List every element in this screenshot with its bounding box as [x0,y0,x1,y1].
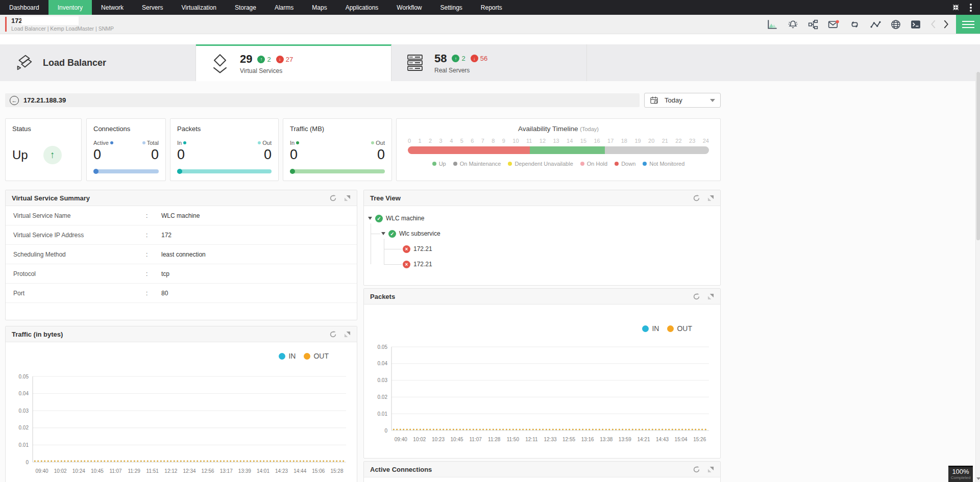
legend-dot [642,325,649,332]
refresh-icon[interactable] [329,194,337,202]
refresh-icon[interactable] [329,331,337,338]
svg-text:0: 0 [384,428,387,434]
sync-loop-icon[interactable] [849,20,861,29]
svg-text:14:43: 14:43 [656,437,669,442]
svg-text:0.04: 0.04 [19,391,29,396]
nav-item-virtualization[interactable]: Virtualization [172,0,225,15]
load-balancer-icon [13,53,35,73]
nav-item-inventory[interactable]: Inventory [48,0,92,15]
tree-caret-icon[interactable] [381,232,385,235]
kebab-menu-icon[interactable] [970,4,972,12]
legend-item-out[interactable]: OUT [304,352,329,360]
tree-node[interactable]: × 172.21 [403,259,432,269]
tree-node[interactable]: × 172.21 [403,244,432,254]
tree-caret-icon[interactable] [368,217,372,220]
nav-item-applications[interactable]: Applications [336,0,388,15]
traffic-chart: 00.010.020.030.040.0509:4010:0210:2410:4… [9,369,354,477]
tree-connector [384,249,402,249]
chevron-left-icon[interactable] [930,20,936,29]
card-title: Packets [170,119,278,133]
summary-value: WLC machine [161,212,200,219]
connections-card: Connections Active Total 0 0 [86,118,166,181]
refresh-icon[interactable] [693,466,700,473]
panel-header: Virtual Service Summary [6,190,357,206]
packets-card: Packets In Out 0 0 [170,118,279,181]
alarm-bell-icon[interactable] [788,19,798,30]
globe-icon[interactable] [891,19,901,30]
summary-value: 172 [161,232,172,239]
nav-item-settings[interactable]: Settings [431,0,471,15]
panel-title: Traffic (in bytes) [12,331,63,338]
nav-item-storage[interactable]: Storage [226,0,265,15]
top-navbar: DashboardInventoryNetworkServersVirtuali… [0,0,980,15]
summary-row: Scheduling Method : least connection [6,245,357,264]
timeline-segment-down [408,146,530,154]
traffic-bytes-panel: Traffic (in bytes) IN OUT 00.010.020.030… [5,326,357,482]
legend-dot [432,162,436,166]
summary-row: Protocol : tcp [6,264,357,284]
timeline-hours: 0123456789101112131415161718192021222324 [397,133,720,144]
hamburger-menu-button[interactable] [956,15,980,34]
legend-item: Up [432,161,446,167]
tab-virtual-services[interactable]: 29 ↑2 ↓27 Virtual Services [196,44,391,81]
timeline-segment-up [530,146,605,154]
tab-real-servers[interactable]: 58 ↑2 ↓56 Real Servers [391,44,587,81]
mail-icon[interactable] [828,20,839,29]
refresh-icon[interactable] [693,194,700,202]
nav-item-workflow[interactable]: Workflow [387,0,431,15]
legend-item-in[interactable]: IN [279,352,296,360]
availability-legend: UpOn MaintenanceDependent UnavailableOn … [397,161,720,167]
nav-item-reports[interactable]: Reports [472,0,511,15]
tree-node[interactable]: ✓ WLC machine [368,213,424,223]
metric-bar [290,169,385,173]
svg-text:11:07: 11:07 [109,468,122,474]
svg-text:13:59: 13:59 [619,437,631,442]
chevron-right-icon[interactable] [943,20,949,29]
nav-item-network[interactable]: Network [92,0,133,15]
nav-item-maps[interactable]: Maps [303,0,336,15]
progress-percent: 100% [948,467,973,476]
svg-text:10:45: 10:45 [451,437,463,442]
tree-connector [384,239,384,264]
scrollbar-thumb[interactable] [976,72,980,240]
nav-item-alarms[interactable]: Alarms [265,0,303,15]
tree-connector [384,264,402,265]
legend-dot [279,353,285,360]
expand-icon[interactable] [707,195,714,201]
period-selector[interactable]: Today [644,93,721,108]
svg-text:13:16: 13:16 [581,437,594,442]
summary-label: Protocol [6,270,146,277]
availability-timeline-card: Availability Timeline (Today) 0123456789… [396,118,721,181]
svg-text:12:33: 12:33 [544,437,556,442]
metric-left-label: Active [93,140,109,146]
performance-chart-icon[interactable] [767,19,778,30]
refresh-icon[interactable] [693,293,700,300]
back-button[interactable]: ← [10,96,19,105]
expand-icon[interactable] [344,195,351,201]
nav-item-servers[interactable]: Servers [133,0,172,15]
tab-label: Virtual Services [240,67,293,74]
metric-left-label: In [290,140,295,146]
tree-node[interactable]: ✓ Wlc subservice [381,229,440,239]
expand-icon[interactable] [707,466,714,473]
nav-item-dashboard[interactable]: Dashboard [0,0,48,15]
legend-item-out[interactable]: OUT [667,324,692,333]
expand-icon[interactable] [707,293,714,300]
workflow-icon[interactable] [808,19,818,30]
svg-text:13:38: 13:38 [600,437,612,442]
hour-tick: 19 [634,138,641,144]
svg-text:10:02: 10:02 [54,468,67,474]
terminal-icon[interactable] [911,20,921,29]
summary-label: Port [6,290,146,297]
tab-label: Real Servers [434,67,487,74]
scrollbar-down-arrow[interactable] [976,477,980,480]
svg-text:14:21: 14:21 [637,437,650,442]
navbar-right [952,0,980,15]
svg-text:0.03: 0.03 [378,377,388,383]
legend-item-in[interactable]: IN [642,324,659,333]
expand-icon[interactable] [344,331,351,338]
trend-line-icon[interactable] [870,20,881,29]
collapse-icon[interactable] [952,4,960,11]
svg-text:10:45: 10:45 [91,468,104,474]
down-arrow-icon: ↓ [471,55,478,62]
